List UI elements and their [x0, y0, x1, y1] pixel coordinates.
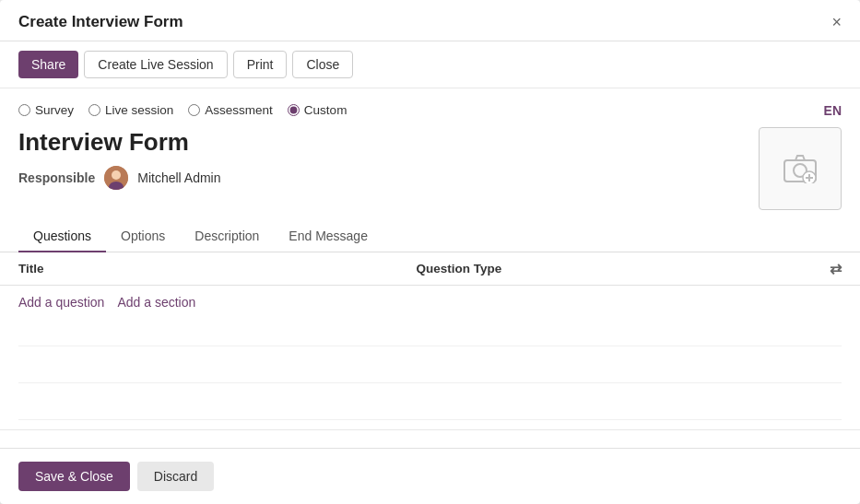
form-meta-left: Survey Live session Assessment Custom In… — [18, 103, 749, 190]
modal-title: Create Interview Form — [18, 13, 183, 31]
add-links: Add a question Add a section — [18, 295, 842, 310]
toolbar: Share Create Live Session Print Close — [0, 41, 860, 88]
responsible-name: Mitchell Admin — [137, 170, 220, 185]
radio-survey[interactable]: Survey — [18, 103, 74, 117]
add-section-button[interactable]: Add a section — [117, 295, 195, 310]
radio-assessment[interactable]: Assessment — [188, 103, 273, 117]
radio-assessment-input[interactable] — [188, 104, 200, 116]
camera-icon — [783, 154, 818, 183]
radio-custom[interactable]: Custom — [288, 103, 348, 117]
col-type-header: Question Type — [417, 262, 815, 275]
responsible-label: Responsible — [18, 170, 95, 185]
responsible-row: Responsible Mitchell Admin — [18, 166, 749, 190]
avatar — [104, 166, 128, 190]
radio-live-session-input[interactable] — [88, 104, 100, 116]
tabs: Questions Options Description End Messag… — [0, 221, 860, 252]
sort-icon[interactable]: ⇄ — [814, 260, 842, 277]
tab-description[interactable]: Description — [180, 221, 274, 252]
print-button[interactable]: Print — [233, 51, 288, 78]
table-header: Title Question Type ⇄ — [0, 252, 860, 286]
radio-custom-label: Custom — [304, 103, 348, 117]
radio-survey-input[interactable] — [18, 104, 30, 116]
col-title-header: Title — [18, 262, 417, 275]
tab-questions[interactable]: Questions — [18, 221, 106, 252]
footer: Save & Close Discard — [0, 448, 860, 504]
create-live-session-button[interactable]: Create Live Session — [84, 51, 227, 78]
radio-assessment-label: Assessment — [205, 103, 273, 117]
radio-survey-label: Survey — [35, 103, 74, 117]
share-button[interactable]: Share — [18, 51, 78, 78]
lang-badge[interactable]: EN — [824, 103, 842, 118]
tab-end-message[interactable]: End Message — [274, 221, 383, 252]
empty-row-2 — [18, 346, 842, 383]
add-question-button[interactable]: Add a question — [18, 295, 104, 310]
modal-dialog: Create Interview Form × Share Create Liv… — [0, 0, 860, 504]
close-button[interactable]: Close — [292, 51, 353, 78]
image-upload-placeholder[interactable] — [759, 127, 842, 210]
radio-custom-input[interactable] — [288, 104, 300, 116]
radio-live-session-label: Live session — [105, 103, 173, 117]
modal-header: Create Interview Form × — [0, 0, 860, 41]
form-title: Interview Form — [18, 128, 749, 157]
svg-point-1 — [112, 170, 121, 180]
table-body: Add a question Add a section — [0, 286, 860, 430]
discard-button[interactable]: Discard — [137, 462, 214, 491]
form-meta: Survey Live session Assessment Custom In… — [0, 88, 860, 217]
radio-live-session[interactable]: Live session — [88, 103, 173, 117]
empty-rows — [18, 310, 842, 420]
empty-row-1 — [18, 310, 842, 346]
form-type-radio-group: Survey Live session Assessment Custom — [18, 103, 749, 117]
tab-options[interactable]: Options — [106, 221, 180, 252]
form-meta-right: EN — [759, 103, 842, 210]
save-close-button[interactable]: Save & Close — [18, 462, 130, 491]
close-modal-button[interactable]: × — [831, 14, 842, 30]
empty-row-3 — [18, 383, 842, 420]
